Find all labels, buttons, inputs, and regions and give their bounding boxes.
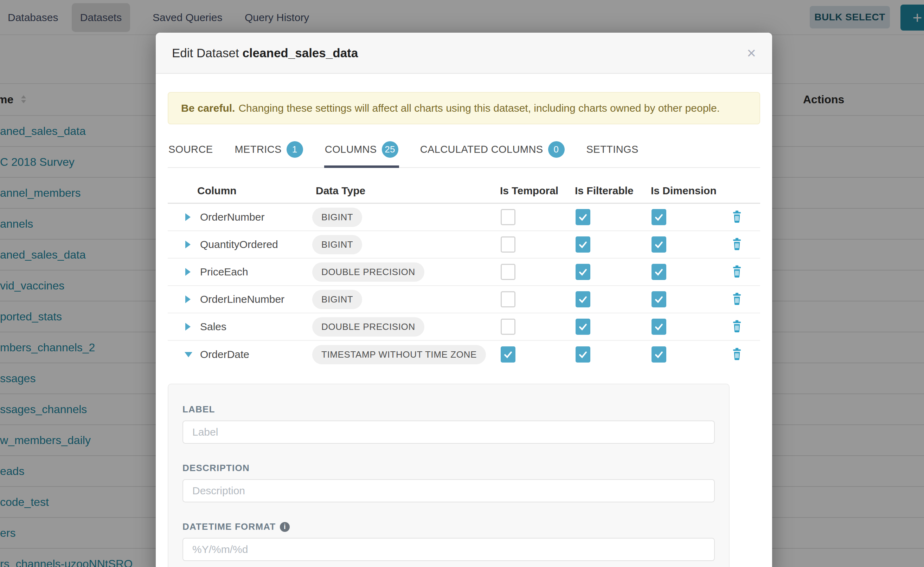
field-label-text: LABEL xyxy=(182,404,215,415)
data-type-pill: BIGINT xyxy=(312,208,362,227)
tab-count-badge: 1 xyxy=(287,141,303,158)
is-temporal-checkbox[interactable] xyxy=(501,319,515,335)
label-field: LABEL xyxy=(182,404,715,444)
table-row: OrderLineNumber BIGINT xyxy=(168,286,760,314)
delete-column-icon[interactable] xyxy=(731,347,743,360)
is-dimension-checkbox[interactable] xyxy=(652,209,666,225)
datetime-format-input[interactable] xyxy=(182,538,715,561)
tab-label: SOURCE xyxy=(169,144,213,155)
expand-caret-icon[interactable] xyxy=(185,213,191,221)
description-input[interactable] xyxy=(182,479,715,502)
description-field-label: DESCRIPTION xyxy=(182,463,715,474)
modal-title: Edit Dataset cleaned_sales_data xyxy=(172,46,358,60)
column-name: OrderNumber xyxy=(194,211,312,223)
is-temporal-checkbox[interactable] xyxy=(501,346,515,363)
tab-calculated-columns[interactable]: CALCULATED COLUMNS 0 xyxy=(420,136,565,168)
tab-settings[interactable]: SETTINGS xyxy=(586,136,639,168)
is-dimension-checkbox[interactable] xyxy=(652,346,666,363)
close-icon[interactable]: × xyxy=(747,45,756,61)
column-header: Data Type xyxy=(312,185,497,197)
table-row: QuantityOrdered BIGINT xyxy=(168,231,760,258)
is-filterable-checkbox[interactable] xyxy=(576,346,590,363)
label-field-label: LABEL xyxy=(182,404,715,415)
is-filterable-checkbox[interactable] xyxy=(576,291,590,308)
tab-label: METRICS xyxy=(235,144,281,155)
delete-column-icon[interactable] xyxy=(731,320,743,332)
datetime-format-field-label: DATETIME FORMAT i xyxy=(182,521,715,532)
tab-label: COLUMNS xyxy=(325,144,377,155)
delete-column-icon[interactable] xyxy=(731,265,743,278)
info-icon[interactable]: i xyxy=(280,522,290,532)
tab-metrics[interactable]: METRICS 1 xyxy=(234,136,303,168)
column-header: Is Temporal xyxy=(497,185,571,197)
tab-label: SETTINGS xyxy=(587,144,638,155)
data-type-pill: DOUBLE PRECISION xyxy=(312,262,424,282)
data-type-pill: BIGINT xyxy=(312,290,362,309)
columns-table-header: Column Data Type Is Temporal Is Filterab… xyxy=(168,178,760,204)
field-label-text: DATETIME FORMAT xyxy=(182,521,275,532)
modal-body: Be careful. Changing these settings will… xyxy=(156,74,772,567)
description-field: DESCRIPTION xyxy=(182,463,715,502)
field-label-text: DESCRIPTION xyxy=(182,463,250,474)
datetime-format-field: DATETIME FORMAT i xyxy=(182,521,715,561)
tab-source[interactable]: SOURCE xyxy=(168,136,214,168)
is-dimension-checkbox[interactable] xyxy=(652,236,666,253)
is-temporal-checkbox[interactable] xyxy=(501,209,515,225)
column-header: Column xyxy=(194,185,312,197)
table-row: OrderDate TIMESTAMP WITHOUT TIME ZONE xyxy=(168,341,760,368)
modal-tabs: SOURCE METRICS 1 COLUMNS 25 CALCULATED C… xyxy=(168,136,760,168)
is-filterable-checkbox[interactable] xyxy=(576,236,590,253)
data-type-pill: TIMESTAMP WITHOUT TIME ZONE xyxy=(312,345,486,364)
modal-title-prefix: Edit Dataset xyxy=(172,46,239,60)
delete-column-icon[interactable] xyxy=(731,237,743,250)
tab-label: CALCULATED COLUMNS xyxy=(420,144,543,155)
data-type-pill: BIGINT xyxy=(312,235,362,254)
is-filterable-checkbox[interactable] xyxy=(576,264,590,280)
tab-columns[interactable]: COLUMNS 25 xyxy=(324,136,399,168)
warning-bold-text: Be careful. xyxy=(181,102,235,114)
delete-column-icon[interactable] xyxy=(731,210,743,223)
is-filterable-checkbox[interactable] xyxy=(576,319,590,335)
table-row: Sales DOUBLE PRECISION xyxy=(168,314,760,341)
label-input[interactable] xyxy=(182,420,715,444)
tab-count-badge: 0 xyxy=(548,141,565,158)
is-dimension-checkbox[interactable] xyxy=(652,291,666,308)
expand-caret-icon[interactable] xyxy=(185,241,191,248)
is-temporal-checkbox[interactable] xyxy=(501,236,515,253)
tab-count-badge: 25 xyxy=(382,141,398,158)
table-row: PriceEach DOUBLE PRECISION xyxy=(168,258,760,286)
expand-caret-icon[interactable] xyxy=(185,268,191,276)
is-dimension-checkbox[interactable] xyxy=(652,264,666,280)
expand-caret-icon[interactable] xyxy=(185,296,191,303)
column-name: PriceEach xyxy=(194,266,312,278)
is-dimension-checkbox[interactable] xyxy=(652,319,666,335)
column-name: OrderLineNumber xyxy=(194,293,312,305)
edit-dataset-modal: Edit Dataset cleaned_sales_data × Be car… xyxy=(156,33,772,567)
modal-header: Edit Dataset cleaned_sales_data × xyxy=(156,33,772,74)
column-header: Is Filterable xyxy=(571,185,647,197)
is-temporal-checkbox[interactable] xyxy=(501,291,515,308)
warning-banner: Be careful. Changing these settings will… xyxy=(168,92,760,124)
collapse-caret-icon[interactable] xyxy=(185,352,192,357)
column-name: Sales xyxy=(194,321,312,333)
column-header: Is Dimension xyxy=(647,185,725,197)
data-type-pill: DOUBLE PRECISION xyxy=(312,317,424,336)
column-name: OrderDate xyxy=(194,348,312,360)
is-temporal-checkbox[interactable] xyxy=(501,264,515,280)
is-filterable-checkbox[interactable] xyxy=(576,209,590,225)
expand-caret-icon[interactable] xyxy=(185,323,191,331)
columns-table: Column Data Type Is Temporal Is Filterab… xyxy=(168,178,760,368)
warning-text: Changing these settings will affect all … xyxy=(238,102,720,114)
table-row: OrderNumber BIGINT xyxy=(168,204,760,231)
delete-column-icon[interactable] xyxy=(731,292,743,305)
modal-title-dataset-name: cleaned_sales_data xyxy=(242,46,358,60)
column-detail-editor: LABEL DESCRIPTION DATETIME FORMAT i xyxy=(168,384,730,567)
column-name: QuantityOrdered xyxy=(194,238,312,250)
